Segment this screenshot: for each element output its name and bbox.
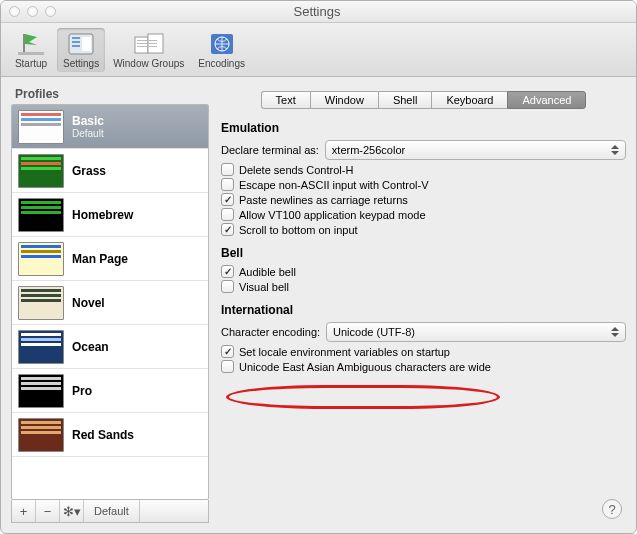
profile-item-grass[interactable]: Grass [12, 149, 208, 193]
profile-name: Ocean [72, 340, 109, 354]
profile-name: Homebrew [72, 208, 133, 222]
toolbar-startup[interactable]: Startup [7, 28, 55, 72]
toolbar-settings[interactable]: Settings [57, 28, 105, 72]
label-escape-nonascii: Escape non-ASCII input with Control-V [239, 179, 429, 191]
tab-shell[interactable]: Shell [378, 91, 431, 109]
close-button[interactable] [9, 6, 20, 17]
svg-rect-1 [23, 34, 25, 52]
profile-item-pro[interactable]: Pro [12, 369, 208, 413]
profile-name: Red Sands [72, 428, 134, 442]
label-scroll-bottom: Scroll to bottom on input [239, 224, 358, 236]
tabs: Text Window Shell Keyboard Advanced [221, 91, 626, 109]
settings-window: Settings Startup Settings Window Groups [0, 0, 637, 534]
profile-swatch [18, 198, 64, 232]
traffic-lights [9, 6, 56, 17]
profile-item-novel[interactable]: Novel [12, 281, 208, 325]
sidebar: Profiles BasicDefaultGrassHomebrewMan Pa… [11, 87, 209, 523]
profile-name: Man Page [72, 252, 128, 266]
titlebar: Settings [1, 1, 636, 23]
gear-menu-button[interactable]: ✻▾ [60, 500, 84, 522]
window-groups-icon [133, 31, 165, 57]
svg-rect-4 [72, 41, 80, 43]
window-title: Settings [56, 4, 578, 19]
default-button[interactable]: Default [84, 500, 140, 522]
checkbox-vt100-keypad[interactable] [221, 208, 234, 221]
profile-item-man-page[interactable]: Man Page [12, 237, 208, 281]
label-east-asian: Unicode East Asian Ambiguous characters … [239, 361, 491, 373]
bell-header: Bell [221, 246, 626, 260]
profile-subtitle: Default [72, 128, 104, 139]
profile-swatch [18, 374, 64, 408]
profile-name: Grass [72, 164, 106, 178]
checkbox-audible-bell[interactable] [221, 265, 234, 278]
toolbar-window-groups[interactable]: Window Groups [107, 28, 190, 72]
checkbox-set-locale[interactable] [221, 345, 234, 358]
declare-terminal-select[interactable]: xterm-256color [325, 140, 626, 160]
profile-item-red-sands[interactable]: Red Sands [12, 413, 208, 457]
profile-item-ocean[interactable]: Ocean [12, 325, 208, 369]
encoding-label: Character encoding: [221, 326, 320, 338]
declare-terminal-label: Declare terminal as: [221, 144, 319, 156]
settings-icon [65, 31, 97, 57]
help-button[interactable]: ? [602, 499, 622, 519]
international-header: International [221, 303, 626, 317]
checkbox-escape-nonascii[interactable] [221, 178, 234, 191]
profile-name: Novel [72, 296, 105, 310]
add-profile-button[interactable]: + [12, 500, 36, 522]
tab-window[interactable]: Window [310, 91, 378, 109]
label-visual-bell: Visual bell [239, 281, 289, 293]
profile-swatch [18, 110, 64, 144]
profile-swatch [18, 418, 64, 452]
profile-swatch [18, 330, 64, 364]
svg-rect-6 [82, 37, 91, 51]
svg-rect-5 [72, 45, 80, 47]
profile-swatch [18, 242, 64, 276]
label-audible-bell: Audible bell [239, 266, 296, 278]
toolbar: Startup Settings Window Groups Encodings [1, 23, 636, 77]
sidebar-footer: + − ✻▾ Default [11, 500, 209, 523]
label-delete-ctrl-h: Delete sends Control-H [239, 164, 353, 176]
profile-item-homebrew[interactable]: Homebrew [12, 193, 208, 237]
svg-rect-7 [135, 37, 148, 53]
checkbox-visual-bell[interactable] [221, 280, 234, 293]
globe-icon [206, 31, 238, 57]
flag-icon [15, 31, 47, 57]
tab-keyboard[interactable]: Keyboard [431, 91, 507, 109]
profile-swatch [18, 286, 64, 320]
checkbox-scroll-bottom[interactable] [221, 223, 234, 236]
svg-rect-9 [137, 40, 157, 41]
profile-name: Basic [72, 114, 104, 128]
label-vt100-keypad: Allow VT100 application keypad mode [239, 209, 426, 221]
emulation-header: Emulation [221, 121, 626, 135]
svg-rect-0 [18, 52, 44, 55]
tab-advanced[interactable]: Advanced [507, 91, 586, 109]
checkbox-delete-ctrl-h[interactable] [221, 163, 234, 176]
profile-name: Pro [72, 384, 92, 398]
minimize-button[interactable] [27, 6, 38, 17]
svg-rect-10 [137, 43, 157, 44]
label-set-locale: Set locale environment variables on star… [239, 346, 450, 358]
checkbox-paste-newlines[interactable] [221, 193, 234, 206]
profile-swatch [18, 154, 64, 188]
encoding-select[interactable]: Unicode (UTF-8) [326, 322, 626, 342]
label-paste-newlines: Paste newlines as carriage returns [239, 194, 408, 206]
svg-rect-3 [72, 37, 80, 39]
profile-list[interactable]: BasicDefaultGrassHomebrewMan PageNovelOc… [11, 104, 209, 500]
profile-item-basic[interactable]: BasicDefault [12, 105, 208, 149]
main-panel: Text Window Shell Keyboard Advanced Emul… [221, 87, 626, 523]
remove-profile-button[interactable]: − [36, 500, 60, 522]
svg-rect-11 [137, 46, 157, 47]
toolbar-encodings[interactable]: Encodings [192, 28, 251, 72]
profiles-header: Profiles [11, 87, 209, 101]
tab-text[interactable]: Text [261, 91, 310, 109]
checkbox-east-asian[interactable] [221, 360, 234, 373]
zoom-button[interactable] [45, 6, 56, 17]
